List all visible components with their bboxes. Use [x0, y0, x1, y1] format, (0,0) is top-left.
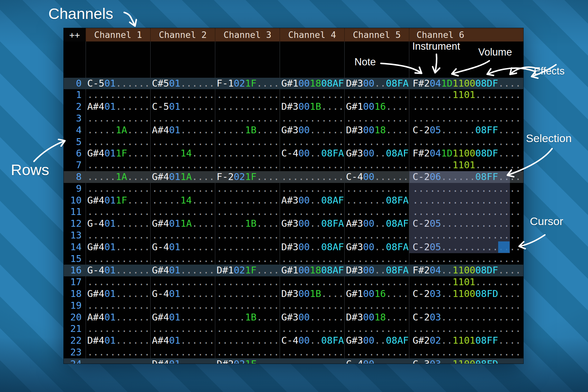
pattern-cell-ch1[interactable]: ...........: [86, 323, 150, 335]
pattern-cell-ch2[interactable]: .....14....: [150, 195, 215, 206]
pattern-cell-ch3[interactable]: ...........: [215, 300, 280, 312]
channel-header-1[interactable]: Channel 1: [86, 28, 150, 41]
pattern-cell-ch2[interactable]: ...........: [150, 136, 215, 148]
pattern-cell-ch3[interactable]: ...........: [215, 335, 280, 347]
pattern-cell-ch6[interactable]: ...................: [409, 253, 523, 265]
pattern-cell-ch5[interactable]: ...........: [344, 347, 409, 358]
pattern-cell-ch1[interactable]: G#4011F....: [86, 148, 150, 159]
pattern-cell-ch4[interactable]: A#300..08AF: [280, 195, 344, 206]
pattern-cell-ch2[interactable]: G#4011A....: [150, 171, 215, 183]
pattern-cell-ch3[interactable]: ...........: [215, 230, 280, 241]
pattern-cell-ch6[interactable]: C-203..............: [409, 312, 523, 323]
pattern-cell-ch1[interactable]: ...........: [86, 206, 150, 218]
pattern-cell-ch3[interactable]: ...........: [215, 89, 280, 101]
pattern-cell-ch4[interactable]: D#300..08AF: [280, 241, 344, 253]
pattern-cell-ch1[interactable]: ...........: [86, 113, 150, 124]
pattern-cell-ch5[interactable]: ...........: [344, 89, 409, 101]
pattern-cell-ch2[interactable]: .....14....: [150, 148, 215, 159]
pattern-cell-ch4[interactable]: G#300......: [280, 312, 344, 323]
pattern-cell-ch4[interactable]: C-400..08FA: [280, 335, 344, 347]
pattern-cell-ch6[interactable]: F#2041D110008DF....: [409, 78, 523, 90]
pattern-cell-ch5[interactable]: G#300..08AF: [344, 335, 409, 347]
pattern-cell-ch3[interactable]: ...........: [215, 183, 280, 195]
pattern-cell-ch1[interactable]: ...........: [86, 253, 150, 265]
pattern-cell-ch5[interactable]: G#300..08FA: [344, 241, 409, 253]
pattern-cell-ch6[interactable]: .......1101........: [409, 159, 523, 171]
pattern-cell-ch4[interactable]: ...........: [280, 253, 344, 265]
pattern-cell-ch3[interactable]: ...........: [215, 288, 280, 300]
pattern-cell-ch4[interactable]: ...........: [280, 113, 344, 124]
pattern-cell-ch1[interactable]: C-501......: [86, 78, 150, 90]
pattern-cell-ch3[interactable]: ...........: [215, 113, 280, 124]
pattern-cell-ch3[interactable]: ...........: [215, 148, 280, 159]
pattern-cell-ch2[interactable]: G#401......: [150, 312, 215, 323]
pattern-cell-ch5[interactable]: D#300..08FA: [344, 78, 409, 90]
pattern-cell-ch3[interactable]: ...........: [215, 101, 280, 113]
pattern-cell-ch3[interactable]: .....1B....: [215, 218, 280, 230]
pattern-cell-ch2[interactable]: G#401......: [150, 265, 215, 276]
pattern-cell-ch4[interactable]: ...........: [280, 230, 344, 241]
pattern-cell-ch2[interactable]: A#401......: [150, 335, 215, 347]
pattern-cell-ch4[interactable]: ...........: [280, 300, 344, 312]
pattern-cell-ch2[interactable]: ...........: [150, 230, 215, 241]
pattern-cell-ch6[interactable]: ...................: [409, 323, 523, 335]
pattern-cell-ch1[interactable]: .....1A....: [86, 124, 150, 136]
pattern-cell-ch4[interactable]: G#300......: [280, 124, 344, 136]
pattern-cell-ch1[interactable]: .....1A....: [86, 171, 150, 183]
pattern-cell-ch2[interactable]: C#501......: [150, 78, 215, 90]
pattern-cell-ch3[interactable]: ...........: [215, 241, 280, 253]
pattern-cell-ch3[interactable]: ...........: [215, 347, 280, 358]
pattern-cell-ch6[interactable]: ...................: [409, 347, 523, 358]
pattern-cell-ch3[interactable]: D#1021F....: [215, 265, 280, 276]
pattern-cell-ch4[interactable]: ...........: [280, 136, 344, 148]
pattern-cell-ch1[interactable]: ...........: [86, 159, 150, 171]
pattern-cell-ch4[interactable]: ...........: [280, 347, 344, 358]
pattern-cell-ch5[interactable]: G#10016....: [344, 101, 409, 113]
pattern-cell-ch5[interactable]: A#300..08AF: [344, 218, 409, 230]
pattern-cell-ch6[interactable]: ...................: [409, 101, 523, 113]
pattern-cell-ch2[interactable]: G-401......: [150, 288, 215, 300]
pattern-cell-ch5[interactable]: ...........: [344, 253, 409, 265]
pattern-cell-ch2[interactable]: ...........: [150, 253, 215, 265]
pattern-cell-ch1[interactable]: D#401......: [86, 335, 150, 347]
pattern-cell-ch5[interactable]: ...........: [344, 136, 409, 148]
pattern-cell-ch4[interactable]: G#300..08FA: [280, 218, 344, 230]
pattern-cell-ch5[interactable]: C-400......: [344, 171, 409, 183]
pattern-cell-ch4[interactable]: D#3001B....: [280, 288, 344, 300]
pattern-cell-ch4[interactable]: D#3001B....: [280, 101, 344, 113]
pattern-cell-ch1[interactable]: G#401......: [86, 288, 150, 300]
pattern-cell-ch3[interactable]: F-1021F....: [215, 78, 280, 90]
pattern-cell-ch4[interactable]: ...........: [280, 276, 344, 288]
pattern-cell-ch3[interactable]: ...........: [215, 159, 280, 171]
pattern-cell-ch6[interactable]: C-203..110008FD....: [409, 288, 523, 300]
channel-header-5[interactable]: Channel 5: [344, 28, 409, 41]
pattern-cell-ch3[interactable]: ...........: [215, 276, 280, 288]
pattern-cell-ch1[interactable]: G-401......: [86, 265, 150, 276]
pattern-cell-ch2[interactable]: G#4011A....: [150, 218, 215, 230]
pattern-cell-ch1[interactable]: ...........: [86, 136, 150, 148]
pattern-cell-ch2[interactable]: ...........: [150, 183, 215, 195]
pattern-cell-ch2[interactable]: ...........: [150, 159, 215, 171]
pattern-cell-ch1[interactable]: ...........: [86, 276, 150, 288]
pattern-cell-ch5[interactable]: D#300..08FA: [344, 265, 409, 276]
pattern-cell-ch5[interactable]: ...........: [344, 113, 409, 124]
pattern-cell-ch3[interactable]: ...........: [215, 206, 280, 218]
pattern-cell-ch1[interactable]: ...........: [86, 183, 150, 195]
pattern-cell-ch3[interactable]: ...........: [215, 323, 280, 335]
pattern-cell-ch2[interactable]: ...........: [150, 276, 215, 288]
channel-header-3[interactable]: Channel 3: [215, 28, 280, 41]
pattern-cell-ch1[interactable]: ...........: [86, 230, 150, 241]
pattern-cell-ch3[interactable]: ...........: [215, 195, 280, 206]
pattern-cell-ch1[interactable]: ...........: [86, 347, 150, 358]
pattern-cell-ch2[interactable]: G-401......: [150, 241, 215, 253]
pattern-cell-ch4[interactable]: ...........: [280, 171, 344, 183]
channel-header-2[interactable]: Channel 2: [150, 28, 215, 41]
pattern-cell-ch4[interactable]: ...........: [280, 323, 344, 335]
pattern-cell-ch2[interactable]: ...........: [150, 323, 215, 335]
pattern-cell-ch6[interactable]: ...................: [409, 300, 523, 312]
pattern-cell-ch3[interactable]: .....1B....: [215, 124, 280, 136]
pattern-cell-ch5[interactable]: D#30018....: [344, 124, 409, 136]
pattern-cell-ch5[interactable]: ...........: [344, 230, 409, 241]
pattern-cell-ch2[interactable]: C-501......: [150, 101, 215, 113]
pattern-cell-ch4[interactable]: ...........: [280, 206, 344, 218]
